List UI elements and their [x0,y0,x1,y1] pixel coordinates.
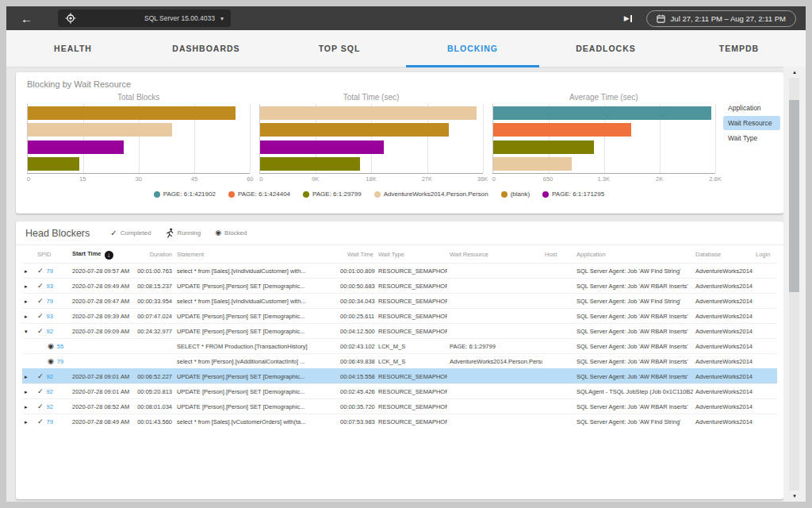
spid-link[interactable]: 55 [57,343,63,350]
table-row[interactable]: ▸✓922020-07-28 09:01 AM00:05:20.813UPDAT… [22,384,777,399]
head-blockers-card: Head Blockers ✓CompletedRunning◉Blocked … [16,221,783,499]
expand-icon[interactable]: ▸ [25,389,28,394]
legend-dot [154,191,160,198]
column-header-login[interactable]: Login [753,246,777,264]
head-blockers-table: SPIDStart Time↓DurationStatementWait Tim… [22,246,777,429]
host-cell [542,324,574,339]
table-row[interactable]: ▸✓792020-07-28 09:57 AM00:01:00.763selec… [22,264,777,279]
tab-top-sql[interactable]: TOP SQL [273,30,406,67]
tab-blocking[interactable]: BLOCKING [406,30,539,67]
expand-icon[interactable]: ▸ [25,268,28,274]
expand-icon[interactable]: ▸ [25,314,28,319]
skip-to-end-button[interactable]: ▶ [624,14,632,22]
expand-cell: ▸ [22,414,35,429]
server-selector[interactable]: SQL Server 15.00.4033 ▾ [58,10,231,27]
login-cell [753,324,777,339]
wait-type-cell: RESOURCE_SEMAPHORE [376,399,447,414]
tab-tempdb[interactable]: TEMPDB [672,30,806,67]
duration-cell [133,339,174,354]
status-wrap: ✓79 [37,298,53,305]
completed-icon: ✓ [37,312,44,320]
date-range-button[interactable]: Jul 27, 2:11 PM – Aug 27, 2:11 PM [646,10,796,27]
statement-cell: UPDATE [Person].[Person] SET [Demographi… [174,369,338,384]
wait-time-cell: 00:02:43.102 [338,339,376,354]
spid-link[interactable]: 79 [47,418,53,425]
database-cell: AdventureWorks2014 [693,399,753,414]
expand-icon[interactable]: ▸ [25,374,28,379]
host-cell [542,369,574,384]
spid-link[interactable]: 92 [47,403,53,410]
expand-icon[interactable]: ▸ [25,419,28,425]
column-header-application[interactable]: Application [574,246,693,264]
table-row[interactable]: ◉79select * from [Person].[vAdditionalCo… [22,354,777,369]
database-cell: AdventureWorks2014 [693,294,753,309]
legend-item[interactable]: PAGE: 6:1:171295 [542,190,604,198]
filter-wait-type[interactable]: Wait Type [723,131,780,145]
tab-deadlocks[interactable]: DEADLOCKS [539,30,672,67]
duration-cell: 00:05:20.813 [133,384,174,399]
table-row[interactable]: ▾✓922020-07-28 09:09 AM00:24:32.977UPDAT… [22,324,777,339]
app-window: ← SQL Server 15.00.4033 ▾ ▶ Jul 27, 2:11… [6,6,806,502]
column-header-wait-time[interactable]: Wait Time [338,246,376,264]
legend-item[interactable]: AdventureWorks2014.Person.Person [374,190,488,198]
table-row[interactable]: ▸✓932020-07-28 09:39 AM00:07:47.024UPDAT… [22,309,777,324]
chart-average-time-sec: Average Time (sec)06501.3K2K2.6K [492,91,715,183]
column-header-database[interactable]: Database [693,246,753,264]
filter-application[interactable]: Application [723,101,780,115]
spid-link[interactable]: 93 [47,313,53,320]
scrollbar-track[interactable] [789,78,799,491]
legend-item[interactable]: (blank) [501,190,530,198]
start-time-cell: 2020-07-28 09:57 AM [70,264,133,279]
scroll-up-icon[interactable]: ▴ [793,69,796,75]
collapse-icon[interactable]: ▾ [25,329,28,334]
table-row[interactable]: ▸✓922020-07-28 09:01 AM00:06:52.227UPDAT… [22,369,777,384]
column-header-wait-type[interactable]: Wait Type [376,246,447,264]
table-row[interactable]: ▸✓932020-07-28 09:49 AM00:08:15.237UPDAT… [22,279,777,294]
filter-wait-resource[interactable]: Wait Resource [723,116,780,130]
duration-cell: 00:07:47.024 [133,309,174,324]
host-cell [542,309,574,324]
back-icon[interactable]: ← [21,13,33,25]
scrollbar-thumb[interactable] [789,100,799,292]
table-row[interactable]: ▸✓922020-07-28 08:52 AM00:08:01.034UPDAT… [22,399,777,414]
status-wrap: ◉55 [37,342,63,350]
scroll-down-icon[interactable]: ▾ [793,493,796,499]
expand-icon[interactable]: ▸ [25,404,28,410]
expand-icon[interactable]: ▸ [25,283,28,289]
tab-health[interactable]: HEALTH [6,30,140,67]
gridline [715,104,716,173]
spid-link[interactable]: 92 [47,373,53,380]
column-header-statement[interactable]: Statement [174,246,338,264]
statement-cell: UPDATE [Person].[Person] SET [Demographi… [174,279,338,294]
completed-icon: ✓ [37,387,44,395]
expand-cell: ▸ [22,399,35,414]
spid-link[interactable]: 79 [47,267,53,275]
spid-link[interactable]: 92 [47,328,53,335]
table-header-row: SPIDStart Time↓DurationStatementWait Tim… [22,246,777,264]
tab-dashboards[interactable]: DASHBOARDS [140,30,273,67]
expand-cell: ▸ [22,369,35,384]
legend-item[interactable]: PAGE: 6:1:424404 [228,190,290,198]
column-header-duration[interactable]: Duration [133,246,174,264]
column-header-spid[interactable]: SPID [35,246,70,264]
expand-icon[interactable]: ▸ [25,298,28,304]
column-header-wait-resource[interactable]: Wait Resource [447,246,542,264]
completed-icon: ✓ [37,297,44,305]
statement-cell: select * from [Person].[vAdditionalConta… [174,354,338,369]
spid-link[interactable]: 93 [47,283,53,290]
bar-blank [28,106,236,120]
spid-link[interactable]: 92 [47,388,53,395]
table-row[interactable]: ▸✓792020-07-28 09:47 AM00:00:33.954selec… [22,294,777,309]
legend-item[interactable]: PAGE: 6:1:29799 [303,190,362,198]
table-row[interactable]: ▸✓792020-07-28 08:49 AM00:01:43.560selec… [22,414,777,429]
table-row[interactable]: ◉55SELECT * FROM Production.[Transaction… [22,339,777,354]
spid-cell: ✓92 [35,324,70,339]
scrollbar[interactable]: ▴ ▾ [783,67,806,502]
start-time-cell: 2020-07-28 09:01 AM [70,369,133,384]
spid-link[interactable]: 79 [47,298,53,305]
bar-adventureworks2014-person-person [260,106,477,120]
column-header-start-time[interactable]: Start Time↓ [70,246,133,264]
column-header-host[interactable]: Host [542,246,574,264]
legend-item[interactable]: PAGE: 6:1:421902 [154,190,216,198]
spid-link[interactable]: 79 [57,358,63,365]
